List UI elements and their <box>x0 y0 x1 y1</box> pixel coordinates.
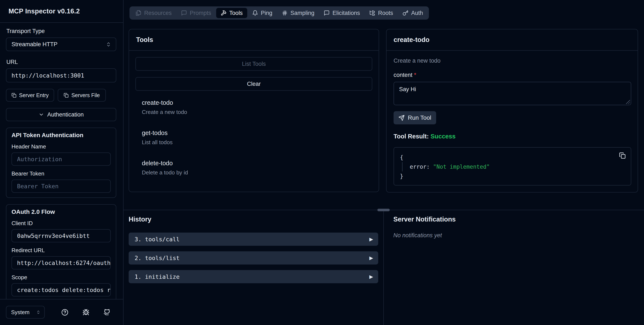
tool-list-item-create-todo[interactable]: create-todo Create a new todo <box>136 97 372 118</box>
message-square-icon <box>181 10 187 16</box>
history-item-label: 3. tools/call <box>134 236 180 242</box>
oauth-flow-card: OAuth 2.0 Flow Client ID 0ahw5qrrnv3eo4v… <box>6 204 116 299</box>
resize-grip[interactable] <box>626 100 630 104</box>
no-notifications-text: No notifications yet <box>393 232 456 239</box>
tool-name: get-todos <box>142 130 372 136</box>
content-textarea-value: Say Hi <box>399 86 416 92</box>
sidebar-footer: System <box>0 299 123 325</box>
tab-resources[interactable]: Resources <box>131 8 176 18</box>
tab-label: Auth <box>411 10 423 16</box>
tab-ping[interactable]: Ping <box>248 8 277 18</box>
tab-roots[interactable]: Roots <box>365 8 398 18</box>
transport-type-label: Transport Type <box>6 28 116 34</box>
json-key: error: <box>410 164 430 170</box>
history-panel: History 3. tools/call ▶ 2. tools/list ▶ … <box>129 216 378 289</box>
content-field-label: content * <box>394 72 631 78</box>
tool-detail-panel: create-todo Create a new todo content * … <box>386 29 638 192</box>
api-token-auth-card: API Token Authentication Header Name Aut… <box>6 128 116 198</box>
header-name-placeholder: Authorization <box>17 156 62 162</box>
tool-list: create-todo Create a new todo get-todos … <box>136 97 372 178</box>
bearer-token-label: Bearer Token <box>12 170 111 177</box>
tool-detail-header: create-todo <box>386 30 638 51</box>
json-open-brace: { <box>400 153 625 162</box>
server-entry-button[interactable]: Server Entry <box>6 89 54 102</box>
tool-name: delete-todo <box>142 160 372 167</box>
content-label-text: content <box>394 72 412 78</box>
header-name-input[interactable]: Authorization <box>12 152 111 166</box>
chevron-down-icon <box>38 112 44 117</box>
github-icon[interactable] <box>104 309 110 316</box>
history-item-tools-list[interactable]: 2. tools/list ▶ <box>129 251 378 264</box>
bug-icon[interactable] <box>82 309 90 316</box>
server-notifications-title: Server Notifications <box>393 216 456 223</box>
hammer-icon <box>221 10 226 16</box>
vertical-split-divider <box>383 210 384 325</box>
scope-input[interactable]: create:todos delete:todos re <box>12 283 111 296</box>
json-string-value: "Not implemented" <box>433 164 490 170</box>
expand-triangle-icon: ▶ <box>369 274 373 280</box>
theme-select[interactable]: System <box>6 306 45 318</box>
footer-icon-row <box>61 309 110 316</box>
tab-prompts[interactable]: Prompts <box>176 8 216 18</box>
tab-sampling[interactable]: Sampling <box>277 8 319 18</box>
result-json-block: { error: "Not implemented" } <box>394 147 631 186</box>
copy-icon <box>12 93 16 98</box>
redirect-url-value: http://localhost:6274/oauth/ <box>17 260 111 266</box>
split-drag-handle[interactable] <box>377 209 390 211</box>
redirect-url-input[interactable]: http://localhost:6274/oauth/ <box>12 256 111 270</box>
chevrons-up-down-icon <box>106 42 111 47</box>
clear-label: Clear <box>247 81 261 87</box>
servers-file-button[interactable]: Servers File <box>58 89 106 102</box>
url-input[interactable]: http://localhost:3001 <box>6 68 116 82</box>
copy-icon <box>64 93 68 98</box>
client-id-input[interactable]: 0ahw5qrrnv3eo4ve6ibtt <box>12 229 111 242</box>
files-icon <box>136 10 142 16</box>
tool-description: Create a new todo <box>142 109 372 116</box>
api-token-auth-title: API Token Authentication <box>12 132 111 139</box>
history-item-initialize[interactable]: 1. initialize ▶ <box>129 270 378 283</box>
authentication-toggle-label: Authentication <box>47 112 84 118</box>
help-circle-icon[interactable] <box>61 309 68 316</box>
sidebar-content: Transport Type Streamable HTTP URL http:… <box>0 23 123 299</box>
history-item-label: 1. initialize <box>134 274 180 280</box>
theme-select-value: System <box>11 309 30 316</box>
server-notifications-panel: Server Notifications No notifications ye… <box>393 216 456 239</box>
tab-tools[interactable]: Tools <box>216 8 247 18</box>
main-area: Resources Prompts Tools Ping Sampling El… <box>124 0 644 325</box>
tab-bar: Resources Prompts Tools Ping Sampling El… <box>130 6 429 20</box>
tools-panel-body: List Tools Clear create-todo Create a ne… <box>129 51 379 194</box>
tool-result-line: Tool Result: Success <box>394 133 631 140</box>
content-textarea[interactable]: Say Hi <box>394 82 631 105</box>
run-tool-label: Run Tool <box>408 114 431 121</box>
tool-list-item-get-todos[interactable]: get-todos List all todos <box>136 127 372 148</box>
tab-label: Ping <box>261 10 272 16</box>
copy-icon[interactable] <box>619 152 626 159</box>
transport-type-value: Streamable HTTP <box>12 41 58 48</box>
tool-detail-body: Create a new todo content * Say Hi Run T… <box>386 51 638 186</box>
url-value: http://localhost:3001 <box>12 72 84 79</box>
history-item-tools-call[interactable]: 3. tools/call ▶ <box>129 232 378 246</box>
authentication-toggle[interactable]: Authentication <box>6 108 116 121</box>
redirect-url-label: Redirect URL <box>12 247 111 254</box>
clear-button[interactable]: Clear <box>136 77 372 91</box>
tool-name: create-todo <box>142 99 372 106</box>
tool-result-label: Tool Result: <box>394 133 429 140</box>
client-id-label: Client ID <box>12 220 111 226</box>
oauth-flow-title: OAuth 2.0 Flow <box>12 208 111 215</box>
tool-list-item-delete-todo[interactable]: delete-todo Delete a todo by id <box>136 158 372 178</box>
expand-triangle-icon: ▶ <box>369 255 373 261</box>
tool-result-status: Success <box>430 133 456 140</box>
list-tools-button[interactable]: List Tools <box>136 57 372 71</box>
history-item-label: 2. tools/list <box>134 255 180 261</box>
url-label: URL <box>6 59 116 66</box>
chevrons-up-down-icon <box>36 310 40 314</box>
tab-auth[interactable]: Auth <box>398 8 428 18</box>
bell-icon <box>252 10 258 16</box>
tab-label: Elicitations <box>332 10 360 16</box>
send-icon <box>398 115 405 121</box>
run-tool-button[interactable]: Run Tool <box>394 111 436 124</box>
servers-file-label: Servers File <box>71 92 100 98</box>
bearer-token-input[interactable]: Bearer Token <box>12 180 111 193</box>
tab-elicitations[interactable]: Elicitations <box>319 8 364 18</box>
transport-type-select[interactable]: Streamable HTTP <box>6 38 116 51</box>
